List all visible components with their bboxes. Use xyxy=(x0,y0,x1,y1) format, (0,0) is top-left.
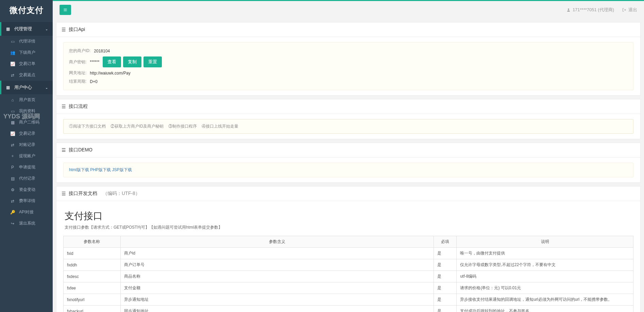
table-cell: fxnotifyurl xyxy=(64,294,121,306)
th-name: 参数名称 xyxy=(64,236,121,248)
table-cell: fxid xyxy=(64,248,121,259)
demo-link-html[interactable]: html版下载 xyxy=(69,167,89,172)
sidebar-item-label: 交易订单 xyxy=(19,61,35,67)
bars-icon xyxy=(63,8,67,12)
table-cell: 是 xyxy=(434,294,457,306)
panel-flow: ☰ 接口流程 ①阅读下方接口文档 ②获取上方商户ID及商户秘钥 ③制作接口程序 … xyxy=(56,99,641,139)
users-icon: 👥 xyxy=(10,50,16,55)
sidebar-item-trade-log[interactable]: 📈交易记录 xyxy=(0,128,53,139)
table-cell: 仅允许字母或数字类型,不超过22个字符，不要有中文 xyxy=(457,259,633,271)
sidebar-label: 用户中心 xyxy=(14,84,32,91)
list-icon: ☰ xyxy=(62,147,66,153)
chart-icon: 📈 xyxy=(10,131,16,136)
svg-point-0 xyxy=(568,9,569,10)
sidebar-item-payout-log[interactable]: ▤代付记录 xyxy=(0,173,53,184)
user-icon xyxy=(566,8,571,12)
user-menu[interactable]: 171****7051 (代理商) xyxy=(566,7,614,13)
table-cell: fxdesc xyxy=(64,271,121,282)
sidebar-item-api[interactable]: 🔑API对接 xyxy=(0,207,53,218)
panel-title-text: 接口Api xyxy=(69,27,85,33)
topbar: 171****7051 (代理商) 退出 xyxy=(53,1,644,19)
table-cell: 是 xyxy=(434,259,457,271)
demo-link-jsp[interactable]: JSP版下载 xyxy=(112,167,132,172)
secret-label: 商户密钥: xyxy=(69,59,86,65)
sidebar-item-rebate[interactable]: ⇄交易返点 xyxy=(0,69,53,81)
table-cell: fxddh xyxy=(64,259,121,271)
th-required: 必填 xyxy=(434,236,457,248)
user-label: 171****7051 (代理商) xyxy=(573,7,614,13)
logo-block: 微付支付 xyxy=(0,0,53,20)
exchange-icon: ⇄ xyxy=(10,199,16,203)
panel-title-text: 接口开发文档 xyxy=(69,191,97,197)
key-icon: 🔑 xyxy=(10,210,16,215)
th-meaning: 参数含义 xyxy=(120,236,434,248)
table-cell: 支付金额 xyxy=(120,282,434,294)
table-cell: 是 xyxy=(434,282,457,294)
gateway-value: http://waiuwk.com/Pay xyxy=(90,71,130,76)
flow-step: ①阅读下方接口文档 xyxy=(69,124,106,129)
sidebar-item-label: 交易返点 xyxy=(19,72,35,78)
table-cell: 请求的价格(单位：元) 可以0.01元 xyxy=(457,282,633,294)
table-cell: 同步通知地址 xyxy=(120,306,434,312)
nav: ▦ 代理管理 ⌄ ▭代理详情 👥下级商户 📈交易订单 ⇄交易返点 ▦ 用户中心 … xyxy=(0,20,53,229)
flow-step: ④接口上线开始走量 xyxy=(202,124,238,129)
table-row: fxnotifyurl异步通知地址是异步接收支付结果通知的回调地址，通知url必… xyxy=(64,294,633,306)
sidebar-item-withdraw-account[interactable]: ＋提现账户 xyxy=(0,150,53,162)
logout-label: 退出 xyxy=(628,7,637,13)
home-icon: ⌂ xyxy=(10,98,16,102)
sidebar-item-label: API对接 xyxy=(19,209,34,215)
signout-icon: ↪ xyxy=(10,221,16,226)
profile-icon: ▭ xyxy=(10,109,16,114)
reset-secret-button[interactable]: 重置 xyxy=(143,56,162,67)
panel-demo: ☰ 接口DEMO html版下载 PHP版下载 JSP版下载 xyxy=(56,143,641,183)
sidebar-group-agent[interactable]: ▦ 代理管理 ⌄ xyxy=(0,22,53,36)
sidebar-item-label: 提现账户 xyxy=(19,153,35,159)
demo-link-php[interactable]: PHP版下载 xyxy=(90,167,111,172)
sidebar-item-label: 交易记录 xyxy=(19,131,35,136)
table-row: fxdesc商品名称是utf-8编码 xyxy=(64,271,633,282)
sidebar-item-label: 资金变动 xyxy=(19,187,35,193)
sidebar-group-user[interactable]: ▦ 用户中心 ⌄ xyxy=(0,81,53,94)
panel-subtitle: （编码：UTF-8） xyxy=(103,191,140,197)
sidebar-item-label: 申请提现 xyxy=(19,164,35,170)
panel-docs: ☰ 接口开发文档 （编码：UTF-8） 支付接口 支付接口参数【请求方式：GET… xyxy=(56,186,641,312)
cog-icon: ⚙ xyxy=(10,187,16,192)
sidebar-item-label: 下级商户 xyxy=(19,50,35,55)
sidebar-item-profile[interactable]: ▭我的资料 xyxy=(0,105,53,117)
table-header-row: 参数名称 参数含义 必填 说明 xyxy=(64,236,633,248)
th-desc: 说明 xyxy=(457,236,633,248)
flow-steps: ①阅读下方接口文档 ②获取上方商户ID及商户秘钥 ③制作接口程序 ④接口上线开始… xyxy=(69,124,628,129)
table-cell: 是 xyxy=(434,248,457,259)
toggle-sidebar-button[interactable] xyxy=(60,5,71,15)
table-row: fxfee支付金额是请求的价格(单位：元) 可以0.01元 xyxy=(64,282,633,294)
sidebar-item-logout[interactable]: ↪退出系统 xyxy=(0,218,53,229)
logout-button[interactable]: 退出 xyxy=(622,7,637,13)
sidebar-item-recon[interactable]: ⇄对账记录 xyxy=(0,139,53,150)
content: ☰ 接口Api 您的商户ID: 2018104 商户密钥: ****** 查看 … xyxy=(53,22,644,312)
api-info-box: 您的商户ID: 2018104 商户密钥: ****** 查看 复制 重置 网关 xyxy=(63,42,633,90)
sidebar-item-label: 代付记录 xyxy=(19,176,35,181)
sidebar-item-fund-change[interactable]: ⚙资金变动 xyxy=(0,184,53,195)
table-cell: utf-8编码 xyxy=(457,271,633,282)
copy-secret-button[interactable]: 复制 xyxy=(123,56,141,67)
sidebar-item-qrcode[interactable]: ▩商户二维码 xyxy=(0,117,53,128)
sidebar-item-fee-detail[interactable]: ⇄费率详情 xyxy=(0,195,53,207)
settle-value: D+0 xyxy=(90,79,97,84)
sidebar-item-sub-merchant[interactable]: 👥下级商户 xyxy=(0,47,53,58)
flow-step: ③制作接口程序 xyxy=(168,124,197,129)
sidebar-label: 代理管理 xyxy=(14,26,32,32)
sidebar-item-orders[interactable]: 📈交易订单 xyxy=(0,58,53,69)
sidebar-item-label: 退出系统 xyxy=(19,220,35,226)
signout-icon xyxy=(622,8,626,12)
view-secret-button[interactable]: 查看 xyxy=(103,56,121,67)
table-row: fxbackurl同步通知地址是支付成功后跳转到的地址，不参与签名。 xyxy=(64,306,633,312)
sidebar-item-apply-withdraw[interactable]: P申请提现 xyxy=(0,162,53,173)
paypal-icon: P xyxy=(10,165,16,170)
table-cell: 是 xyxy=(434,306,457,312)
sidebar-item-agent-detail[interactable]: ▭代理详情 xyxy=(0,36,53,47)
settle-label: 结算周期: xyxy=(69,79,86,84)
sidebar-item-user-home[interactable]: ⌂用户首页 xyxy=(0,94,53,105)
sidebar-item-label: 我的资料 xyxy=(19,108,35,114)
table-row: fxid商户id是唯一号，由微付支付提供 xyxy=(64,248,633,259)
list-icon: ☰ xyxy=(62,191,66,196)
